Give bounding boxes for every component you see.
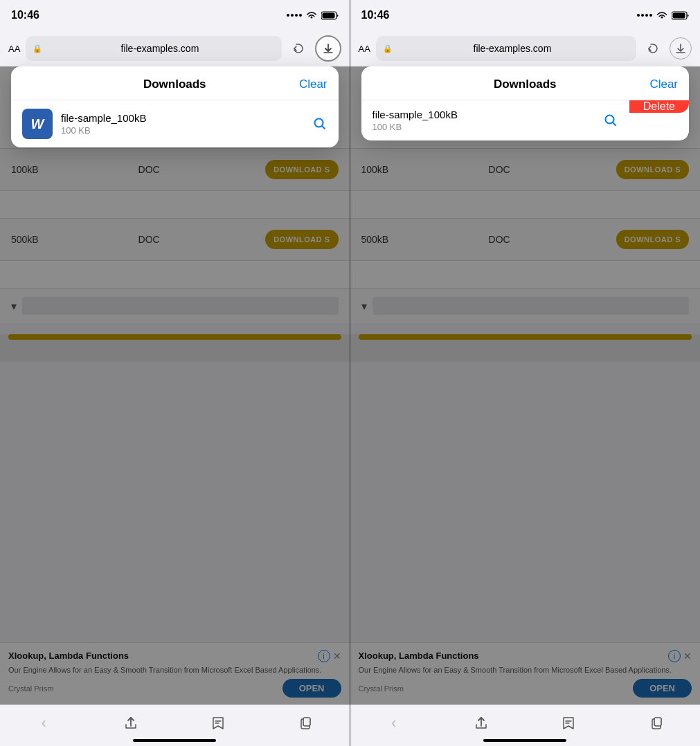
back-button-right[interactable]: ‹ bbox=[380, 709, 408, 737]
status-bar-right: 10:46 bbox=[350, 0, 701, 30]
wifi-icon-right bbox=[656, 11, 667, 19]
battery-icon-right bbox=[672, 11, 689, 20]
download-item-swipe-right: file-sample_100kB 100 KB Delete bbox=[361, 100, 690, 140]
downloads-panel-right: Downloads Clear file-sample_100kB 100 KB… bbox=[361, 66, 690, 140]
svg-rect-7 bbox=[673, 12, 685, 18]
download-item-left: W file-sample_100kB 100 KB bbox=[11, 100, 339, 147]
browser-bar-left: AA 🔒 file-examples.com bbox=[0, 30, 350, 66]
wifi-icon-left bbox=[306, 11, 317, 19]
file-size-right: 100 KB bbox=[373, 122, 595, 132]
file-info-right: file-sample_100kB 100 KB bbox=[373, 109, 595, 132]
download-button-left[interactable] bbox=[315, 35, 341, 62]
lock-icon-right: 🔒 bbox=[383, 44, 393, 53]
clear-button-right[interactable]: Clear bbox=[649, 78, 678, 91]
file-info-left: file-sample_100kB 100 KB bbox=[61, 112, 304, 136]
status-bar-left: 10:46 bbox=[0, 0, 350, 30]
signal-dots-right bbox=[637, 14, 652, 17]
home-indicator-left bbox=[133, 739, 216, 742]
battery-icon-left bbox=[321, 11, 339, 20]
address-bar-right[interactable]: 🔒 file-examples.com bbox=[376, 36, 636, 61]
right-phone-panel: 10:46 AA 🔒 file-examples.c bbox=[350, 0, 701, 746]
word-icon-left: W bbox=[22, 109, 53, 139]
bookmarks-button-right[interactable] bbox=[555, 709, 582, 737]
downloads-header-right: Downloads Clear bbox=[361, 66, 690, 91]
back-button-left[interactable]: ‹ bbox=[30, 709, 57, 737]
browser-bar-right: AA 🔒 file-examples.com bbox=[350, 30, 701, 66]
status-time-right: 10:46 bbox=[361, 9, 390, 21]
status-time-left: 10:46 bbox=[11, 9, 39, 21]
svg-rect-4 bbox=[303, 718, 310, 726]
status-icons-right bbox=[637, 11, 689, 20]
svg-rect-10 bbox=[654, 718, 661, 726]
url-text-right: file-examples.com bbox=[395, 43, 629, 54]
download-button-right[interactable] bbox=[670, 37, 692, 60]
file-name-right: file-sample_100kB bbox=[373, 109, 595, 120]
file-size-left: 100 KB bbox=[61, 125, 304, 136]
lock-icon-left: 🔒 bbox=[33, 44, 42, 53]
home-indicator-right bbox=[483, 739, 566, 742]
delete-button-right[interactable]: Delete bbox=[629, 100, 689, 113]
url-text-left: file-examples.com bbox=[45, 43, 274, 54]
tabs-button-left[interactable] bbox=[291, 709, 319, 737]
clear-button-left[interactable]: Clear bbox=[299, 78, 327, 91]
left-phone-panel: 10:46 AA 🔒 f bbox=[0, 0, 350, 746]
share-button-right[interactable] bbox=[467, 709, 495, 737]
downloads-panel-left: Downloads Clear W file-sample_100kB 100 … bbox=[11, 66, 339, 147]
search-icon-left[interactable] bbox=[312, 116, 327, 131]
status-icons-left bbox=[287, 11, 339, 20]
search-icon-right[interactable] bbox=[603, 113, 618, 128]
tabs-button-right[interactable] bbox=[643, 709, 670, 737]
svg-rect-1 bbox=[322, 12, 334, 18]
signal-dots-left bbox=[287, 14, 302, 17]
download-item-right: file-sample_100kB 100 KB bbox=[361, 100, 629, 140]
address-bar-left[interactable]: 🔒 file-examples.com bbox=[26, 36, 281, 61]
share-button-left[interactable] bbox=[117, 709, 145, 737]
bookmarks-button-left[interactable] bbox=[204, 709, 232, 737]
aa-button-left[interactable]: AA bbox=[8, 44, 20, 54]
downloads-title-right: Downloads bbox=[494, 78, 557, 91]
refresh-button-right[interactable] bbox=[642, 37, 664, 60]
refresh-button-left[interactable] bbox=[287, 37, 309, 60]
file-name-left: file-sample_100kB bbox=[61, 112, 304, 124]
downloads-header-left: Downloads Clear bbox=[11, 66, 339, 91]
downloads-title-left: Downloads bbox=[143, 78, 206, 91]
aa-button-right[interactable]: AA bbox=[359, 44, 370, 54]
